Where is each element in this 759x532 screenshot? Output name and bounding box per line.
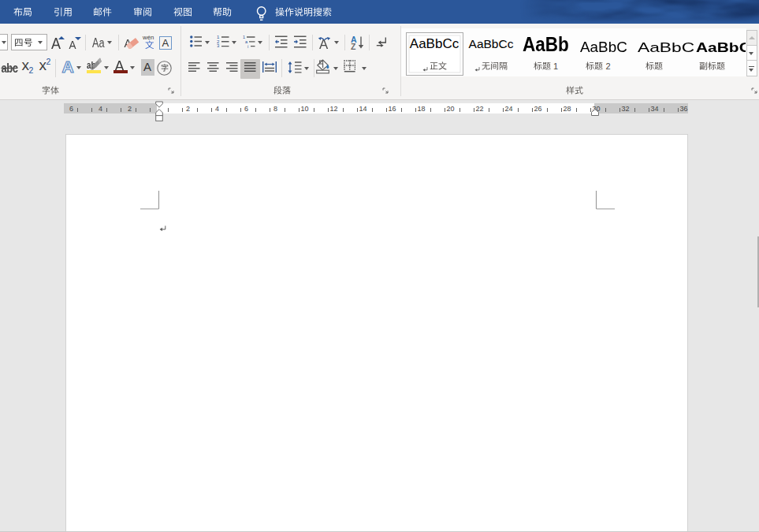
svg-text:i: i [247,44,248,48]
svg-text:3: 3 [217,43,220,48]
